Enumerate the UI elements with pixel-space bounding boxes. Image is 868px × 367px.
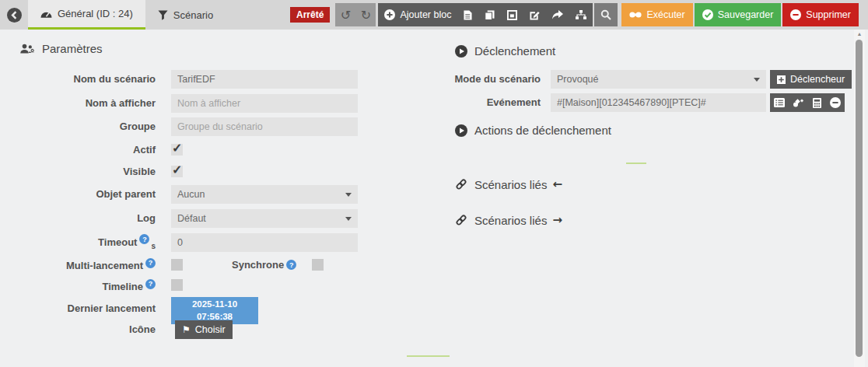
status-badge: Arrêté xyxy=(290,7,330,23)
active-checkbox[interactable]: ✓ xyxy=(171,144,183,156)
play-circle-icon xyxy=(455,45,467,58)
multi-launch-row: Multi-lancement? Synchrone? xyxy=(0,258,420,271)
file-icon xyxy=(464,10,472,20)
mode-select[interactable]: Provoqué xyxy=(551,70,766,89)
search-button[interactable] xyxy=(594,3,618,26)
redo-button[interactable]: ↻ xyxy=(355,3,376,26)
parameters-panel: Paramètres Nom du scénario Nom à affiche… xyxy=(0,30,420,367)
flag-icon: ⚑ xyxy=(182,324,191,335)
choose-icon-label: Choisir xyxy=(195,324,226,335)
remove-trigger-button[interactable] xyxy=(826,93,845,112)
log-label: Log xyxy=(0,209,171,228)
calculator-icon xyxy=(813,98,821,108)
timeout-row: Timeout?s xyxy=(0,233,420,256)
scenario-name-input[interactable] xyxy=(171,70,358,89)
vertical-scrollbar[interactable]: ▲ xyxy=(854,30,865,367)
timeline-label-box: Timeline? xyxy=(0,279,171,292)
timeline-checkbox[interactable] xyxy=(171,279,183,291)
arrow-left-icon: ← xyxy=(552,177,562,191)
event-input[interactable] xyxy=(551,93,766,112)
chevron-down-icon xyxy=(345,217,352,221)
share-button[interactable] xyxy=(546,3,569,26)
export-image-button[interactable] xyxy=(501,3,523,26)
tool-plus-icon xyxy=(793,98,803,107)
add-block-button[interactable]: Ajouter bloc xyxy=(378,3,457,26)
plus-square-icon xyxy=(777,75,786,84)
help-icon[interactable]: ? xyxy=(139,234,149,244)
copy-icon-button[interactable] xyxy=(478,3,501,26)
help-icon[interactable]: ? xyxy=(145,258,156,268)
scroll-up-icon[interactable]: ▲ xyxy=(854,31,865,37)
log-row: Log Défaut xyxy=(0,209,420,228)
display-name-label: Nom à afficher xyxy=(0,94,171,113)
event-label: Evénement xyxy=(436,93,551,112)
tab-bar: Général (ID : 24) Scénario xyxy=(28,0,226,30)
calculator-button[interactable] xyxy=(807,93,826,112)
scrollbar-thumb[interactable] xyxy=(856,40,863,357)
linked-out-heading[interactable]: Scénarios liés → xyxy=(455,213,562,227)
add-block-label: Ajouter bloc xyxy=(400,9,451,20)
trigger-actions-heading[interactable]: Actions de déclenchement xyxy=(455,124,611,137)
timeout-input[interactable] xyxy=(171,233,358,252)
linked-out-title: Scénarios liés xyxy=(474,214,547,227)
edit-tools-group: Ajouter bloc xyxy=(378,3,593,26)
divider xyxy=(626,163,646,164)
visible-checkbox[interactable]: ✓ xyxy=(171,166,183,177)
redo-icon: ↻ xyxy=(361,8,371,23)
undo-button[interactable]: ↺ xyxy=(335,3,355,26)
visible-label: Visible xyxy=(0,166,171,177)
template-button[interactable] xyxy=(457,3,478,26)
execute-button[interactable]: Exécuter xyxy=(621,3,692,26)
tab-general[interactable]: Général (ID : 24) xyxy=(28,0,145,30)
mode-label: Mode du scénario xyxy=(436,70,551,89)
help-icon[interactable]: ? xyxy=(145,279,156,289)
display-name-row: Nom à afficher xyxy=(0,94,420,113)
toolbar-actions: Arrêté ↺ ↻ Ajouter bloc xyxy=(290,0,868,30)
edit-pencil-icon xyxy=(530,10,540,20)
tab-scenario-label: Scénario xyxy=(173,9,213,21)
parent-object-select[interactable]: Aucun xyxy=(171,185,358,204)
delete-button[interactable]: Supprimer xyxy=(782,3,859,26)
sitemap-icon xyxy=(576,10,586,19)
multi-launch-label-box: Multi-lancement? xyxy=(0,258,171,271)
arrow-right-icon: → xyxy=(552,213,562,227)
chevron-down-icon xyxy=(754,78,760,82)
search-icon xyxy=(600,9,611,20)
delete-label: Supprimer xyxy=(806,9,851,20)
parameters-title: Paramètres xyxy=(42,42,103,55)
icon-row: Icône ⚑ Choisir xyxy=(0,320,420,339)
log-select[interactable]: Défaut xyxy=(171,209,358,228)
sitemap-button[interactable] xyxy=(569,3,593,26)
parent-object-label: Objet parent xyxy=(0,185,171,204)
multi-launch-checkbox[interactable] xyxy=(171,259,183,271)
timeline-row: Timeline? xyxy=(0,279,420,292)
timeout-label: Timeout xyxy=(98,236,137,248)
check-icon: ✓ xyxy=(172,141,182,156)
help-icon[interactable]: ? xyxy=(286,260,296,270)
tool-plus-button[interactable] xyxy=(789,93,807,112)
check-circle-icon xyxy=(702,9,713,20)
group-input[interactable] xyxy=(171,117,358,136)
trigger-panel: Déclenchement Mode du scénario Provoqué … xyxy=(436,30,860,367)
linked-in-title: Scénarios liés xyxy=(474,178,547,191)
active-row: Actif ✓ xyxy=(0,144,420,156)
tab-scenario[interactable]: Scénario xyxy=(145,0,226,30)
divider xyxy=(407,355,450,357)
synchronous-checkbox[interactable] xyxy=(312,259,324,271)
trigger-heading[interactable]: Déclenchement xyxy=(455,44,555,58)
add-trigger-button[interactable]: Déclencheur xyxy=(770,70,852,89)
name-row: Nom du scénario xyxy=(0,70,420,89)
minus-circle-icon xyxy=(830,97,841,108)
choose-icon-button[interactable]: ⚑ Choisir xyxy=(175,320,233,339)
undo-icon: ↺ xyxy=(341,8,351,23)
linked-in-heading[interactable]: Scénarios liés ← xyxy=(455,177,562,191)
icon-label: Icône xyxy=(0,320,171,339)
select-command-button[interactable] xyxy=(770,93,789,112)
timeout-label-box: Timeout?s xyxy=(0,233,171,256)
edit-code-button[interactable] xyxy=(523,3,546,26)
back-button[interactable] xyxy=(0,0,28,30)
save-button[interactable]: Sauvegarder xyxy=(695,3,782,26)
display-name-input[interactable] xyxy=(171,94,358,113)
save-label: Sauvegarder xyxy=(718,9,774,20)
multi-launch-label: Multi-lancement xyxy=(66,260,143,271)
